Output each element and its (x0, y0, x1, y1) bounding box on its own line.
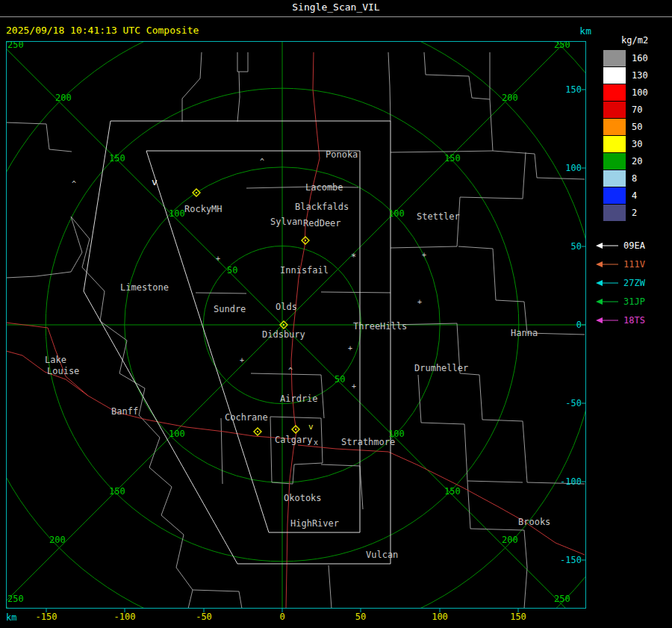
colorbar-entry: 8 (603, 170, 648, 187)
city-label: Strathmore (341, 437, 395, 447)
colorbar-unit-label: kg/m2 (621, 35, 648, 46)
colorbar-value: 70 (632, 105, 642, 115)
county-boundary-line (221, 418, 223, 484)
city-label: Lacombe (305, 182, 343, 193)
colorbar-entry: 100 (603, 84, 648, 101)
radar-site-dot (257, 431, 258, 432)
county-boundary-line (6, 122, 72, 152)
city-label: Calgary (275, 435, 313, 445)
county-boundary-line (321, 292, 391, 293)
colorbar-value: 100 (632, 87, 648, 98)
city-label: Louise (47, 366, 79, 376)
azimuth-spoke (282, 24, 583, 325)
county-boundary-line (479, 375, 585, 484)
county-boundary-line (424, 52, 490, 99)
city-label: Okotoks (284, 493, 322, 503)
site-legend-item: 27ZW (594, 273, 645, 292)
city-label: Banff (111, 406, 138, 417)
site-id-label: 18TS (623, 315, 645, 326)
map-marker: v (152, 176, 158, 187)
range-distance-label: 150 (109, 153, 125, 164)
azimuth-spoke (0, 24, 282, 325)
site-arrow-icon (594, 279, 620, 287)
map-marker: + (240, 356, 244, 364)
map-marker: + (348, 344, 352, 352)
colorbar-swatch (603, 102, 626, 118)
city-label: Sundre (214, 304, 246, 314)
city-label: Airdrie (280, 394, 318, 404)
map-marker: x (314, 438, 318, 447)
map-marker: v (308, 422, 314, 432)
colorbar-entry: 4 (603, 187, 648, 204)
colorbar-entry: 130 (603, 66, 648, 84)
range-distance-label: 250 (7, 594, 24, 604)
colorbar-swatch (603, 187, 626, 204)
colorbar-value: 20 (632, 156, 642, 167)
colorbar: 16013010070503020842 (603, 49, 648, 221)
range-distance-label: 200 (502, 93, 518, 103)
county-boundary-line (329, 565, 332, 609)
city-label: Ponoka (326, 149, 358, 160)
range-distance-label: 150 (109, 486, 125, 497)
map-marker: + (352, 382, 356, 391)
city-label: Lake (45, 355, 66, 365)
map-marker: + (417, 298, 422, 306)
radar-app-window: Single_Scan_VIL 250250250250200200200200… (0, 0, 672, 628)
county-boundary-line (193, 590, 242, 609)
city-label: RedDeer (303, 218, 341, 228)
county-boundary-line (388, 52, 391, 121)
county-boundary-line (418, 375, 523, 482)
site-id-label: 09EA (623, 240, 645, 251)
city-label: ThreeHills (353, 321, 407, 332)
city-label: Didsbury (262, 329, 305, 340)
radar-site-dot (283, 324, 284, 326)
city-label: Brooks (518, 517, 550, 527)
timestamp-label: 2025/09/18 10:41:13 UTC Composite (6, 25, 199, 36)
colorbar-entry: 70 (603, 101, 648, 118)
colorbar-entry: 50 (603, 118, 648, 135)
radar-site-dot (295, 429, 296, 430)
city-label: HighRiver (290, 518, 339, 529)
map-marker: ^ (72, 180, 76, 188)
site-id-label: 27ZW (623, 278, 645, 288)
colorbar-swatch (603, 50, 626, 66)
site-legend-item: 111V (594, 255, 645, 273)
colorbar-swatch (603, 67, 626, 84)
city-label: Hanna (511, 328, 538, 338)
colorbar-entry: 2 (603, 204, 648, 221)
site-arrow-icon (594, 316, 620, 325)
county-boundary-line (237, 52, 248, 72)
range-distance-label: 100 (388, 208, 405, 219)
site-legend-item: 31JP (594, 292, 645, 311)
site-legend-item: 18TS (594, 311, 645, 329)
city-label: Sylvan (270, 217, 302, 227)
colorbar-value: 160 (632, 53, 648, 63)
range-distance-label: 250 (554, 594, 570, 604)
range-distance-label: 150 (444, 153, 461, 164)
colorbar-entry: 30 (603, 135, 648, 152)
city-label: Vulcan (366, 550, 398, 560)
colorbar-value: 50 (632, 122, 642, 132)
radar-map[interactable]: 2502502502502002002002001501501501501001… (0, 0, 672, 628)
range-distance-label: 200 (49, 535, 66, 545)
site-arrow-icon (594, 297, 620, 306)
range-distance-label: 50 (227, 265, 237, 276)
city-label: Drumheller (414, 363, 468, 373)
colorbar-swatch (603, 136, 626, 152)
site-arrow-icon (594, 260, 620, 269)
range-distance-label: 150 (444, 486, 461, 497)
site-arrow-icon (594, 241, 620, 250)
city-label: Innisfail (280, 265, 329, 276)
site-legend: 09EA111V27ZW31JP18TS (594, 236, 645, 329)
colorbar-entry: 20 (603, 152, 648, 170)
colorbar-value: 8 (632, 173, 637, 184)
colorbar-value: 2 (632, 208, 637, 218)
range-distance-label: 100 (169, 429, 185, 439)
city-label: Blackfalds (295, 202, 349, 212)
colorbar-swatch (603, 153, 626, 170)
colorbar-swatch (603, 84, 626, 101)
county-boundary-line (6, 217, 82, 278)
county-boundary-line (237, 72, 240, 122)
map-marker: + (216, 255, 220, 263)
county-boundary-line (458, 246, 585, 335)
